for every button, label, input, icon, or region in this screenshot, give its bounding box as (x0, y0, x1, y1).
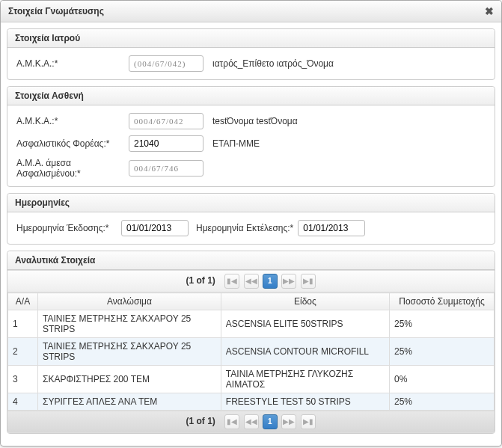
cell-type: ASCENSIA CONTOUR MICROFILL (221, 338, 389, 366)
cell-aa: 4 (8, 393, 38, 411)
exec-date-input[interactable] (298, 220, 365, 236)
paginator-bottom: (1 of 1) ▮◀ ◀◀ 1 ▶▶ ▶▮ (7, 411, 495, 433)
page-current[interactable]: 1 (263, 274, 278, 289)
issue-date-input[interactable] (121, 220, 189, 236)
panel-patient: Στοιχεία Ασθενή Α.Μ.Κ.Α.:* 0004/67/042 t… (7, 86, 495, 187)
doctor-amka-label: Α.Μ.Κ.Α.:* (16, 58, 129, 69)
paginator-info-bottom: (1 of 1) (186, 416, 215, 426)
panel-doctor-header: Στοιχεία Ιατρού (7, 29, 495, 48)
issue-date-label: Ημερομηνία Έκδοσης:* (16, 223, 121, 233)
panel-doctor: Στοιχεία Ιατρού Α.Μ.Κ.Α.:* (004/67/042) … (7, 28, 495, 80)
details-table: A/A Αναλώσιμα Είδος Ποσοστό Συμμετοχής 1… (7, 292, 495, 411)
panel-patient-header: Στοιχεία Ασθενή (7, 87, 495, 105)
dialog: Στοιχεία Γνωμάτευσης ✖ Στοιχεία Ιατρού Α… (0, 0, 502, 447)
table-row[interactable]: 4ΣΥΡΙΓΓΕΣ ΑΠΛΕΣ ΑΝΑ ΤΕΜFREESTYLE TEST 50… (8, 393, 495, 411)
cell-type: ASCENSIA ELITE 50STRIPS (221, 310, 389, 338)
panel-dates-header: Ημερομηνίες (7, 194, 495, 212)
cell-aa: 2 (8, 338, 38, 366)
cell-pct: 25% (390, 393, 495, 411)
col-consumable: Αναλώσιμα (38, 293, 221, 310)
cell-type: FREESTYLE TEST 50 STRIPS (221, 393, 389, 411)
paginator-top: (1 of 1) ▮◀ ◀◀ 1 ▶▶ ▶▮ (7, 270, 495, 292)
prev-page-icon[interactable]: ◀◀ (244, 274, 259, 289)
cell-consumable: ΤΑΙΝΙΕΣ ΜΕΤΡΗΣΗΣ ΣΑΚΧΑΡΟΥ 25 STRIPS (38, 338, 221, 366)
panel-details: Αναλυτικά Στοιχεία (1 of 1) ▮◀ ◀◀ 1 ▶▶ ▶… (7, 251, 495, 434)
table-header-row: A/A Αναλώσιμα Είδος Ποσοστό Συμμετοχής (8, 293, 495, 310)
ins-org-input[interactable] (129, 135, 203, 152)
page-current[interactable]: 1 (263, 414, 278, 429)
patient-amka-value: 0004/67/042 (129, 113, 203, 129)
ins-org-label: Ασφαλιστικός Φορέας:* (16, 138, 129, 149)
prev-page-icon[interactable]: ◀◀ (244, 414, 259, 429)
next-page-icon[interactable]: ▶▶ (281, 414, 296, 429)
cell-aa: 3 (8, 366, 38, 393)
exec-date-label: Ημερομηνία Εκτέλεσης:* (196, 223, 293, 233)
doctor-name: ιατρός_Επίθετο ιατρός_Όνομα (212, 58, 334, 69)
ins-org-name: ΕΤΑΠ-ΜΜΕ (212, 138, 260, 149)
table-row[interactable]: 1ΤΑΙΝΙΕΣ ΜΕΤΡΗΣΗΣ ΣΑΚΧΑΡΟΥ 25 STRIPSASCE… (8, 310, 495, 338)
last-page-icon[interactable]: ▶▮ (301, 274, 316, 289)
cell-consumable: ΤΑΙΝΙΕΣ ΜΕΤΡΗΣΗΣ ΣΑΚΧΑΡΟΥ 25 STRIPS (38, 310, 221, 338)
patient-name: testΌνομα testΌνομα (212, 116, 298, 126)
dialog-body: Στοιχεία Ιατρού Α.Μ.Κ.Α.:* (004/67/042) … (1, 22, 501, 446)
panel-dates: Ημερομηνίες Ημερομηνία Έκδοσης:* Ημερομη… (7, 193, 495, 245)
cell-aa: 1 (8, 310, 38, 338)
cell-pct: 0% (390, 366, 495, 393)
first-page-icon[interactable]: ▮◀ (224, 414, 239, 429)
direct-amka-value: 004/67/746 (129, 160, 203, 177)
doctor-amka-value: (004/67/042) (129, 55, 203, 72)
cell-consumable: ΣΚΑΡΦΙΣΤΗΡΕΣ 200 ΤΕΜ (38, 366, 221, 393)
first-page-icon[interactable]: ▮◀ (224, 274, 239, 289)
table-row[interactable]: 2ΤΑΙΝΙΕΣ ΜΕΤΡΗΣΗΣ ΣΑΚΧΑΡΟΥ 25 STRIPSASCE… (8, 338, 495, 366)
direct-amka-label: Α.Μ.Α. άμεσα Ασφαλισμένου:* (16, 158, 129, 179)
dialog-title: Στοιχεία Γνωμάτευσης (8, 6, 104, 16)
next-page-icon[interactable]: ▶▶ (281, 274, 296, 289)
close-icon[interactable]: ✖ (485, 5, 494, 17)
cell-pct: 25% (390, 310, 495, 338)
col-pct: Ποσοστό Συμμετοχής (390, 293, 495, 310)
table-row[interactable]: 3ΣΚΑΡΦΙΣΤΗΡΕΣ 200 ΤΕΜΤΑΙΝΙΑ ΜΕΤΡΗΣΗΣ ΓΛΥ… (8, 366, 495, 393)
col-type: Είδος (221, 293, 389, 310)
patient-amka-label: Α.Μ.Κ.Α.:* (16, 116, 129, 126)
cell-consumable: ΣΥΡΙΓΓΕΣ ΑΠΛΕΣ ΑΝΑ ΤΕΜ (38, 393, 221, 411)
paginator-info-top: (1 of 1) (186, 275, 215, 286)
col-aa: A/A (8, 293, 38, 310)
cell-pct: 25% (390, 338, 495, 366)
last-page-icon[interactable]: ▶▮ (301, 414, 316, 429)
cell-type: ΤΑΙΝΙΑ ΜΕΤΡΗΣΗΣ ΓΛΥΚΟΖΗΣ ΑΙΜΑΤΟΣ (221, 366, 389, 393)
panel-details-header: Αναλυτικά Στοιχεία (7, 251, 495, 270)
dialog-header[interactable]: Στοιχεία Γνωμάτευσης ✖ (1, 1, 501, 22)
